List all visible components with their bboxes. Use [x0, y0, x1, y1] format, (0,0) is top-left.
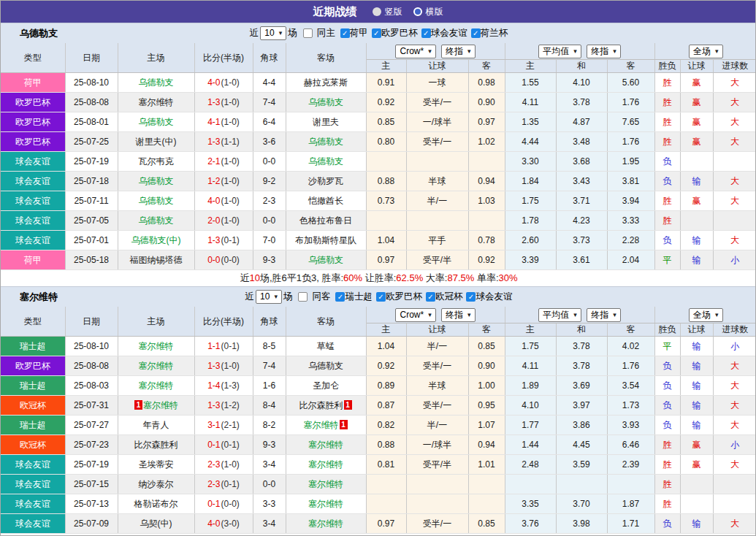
red-card-badge: 1	[344, 400, 352, 410]
league-filter-checkbox[interactable]: ✓	[421, 28, 431, 38]
final-index-select[interactable]: 终指▾	[587, 45, 621, 58]
odds-home: 0.87	[366, 396, 406, 416]
league-filter-checkbox[interactable]: ✓	[426, 292, 435, 302]
chevron-down-icon: ▾	[715, 310, 719, 321]
result-goals: 大	[713, 231, 756, 250]
away-team: 恺撒酋长	[286, 191, 366, 211]
avg-home-odds: 1.75	[505, 191, 556, 211]
final-odds-select[interactable]: 终指▾	[441, 308, 476, 322]
result-goals: 大	[713, 172, 756, 191]
final-index-select[interactable]: 终指▾	[587, 308, 621, 322]
avg-home-odds: 2.48	[505, 455, 556, 475]
home-team: 年青人	[118, 416, 194, 435]
result-goals: 大	[713, 191, 756, 211]
home-team: 乌德勒支(中)	[118, 231, 194, 250]
avg-draw-odds: 3.78	[556, 93, 607, 112]
match-row: 荷甲25-05-18福图纳锡塔德0-0(0-0)9-3乌德勒支0.97受平/半0…	[1, 250, 756, 270]
horizontal-layout-radio[interactable]	[413, 7, 422, 16]
chevron-down-icon: ▾	[428, 310, 432, 321]
final-odds-select[interactable]: 终指▾	[441, 45, 476, 58]
result-outcome: 胜	[654, 132, 680, 152]
fulltime-select[interactable]: 全场▾	[689, 45, 723, 58]
match-date: 25-05-18	[65, 250, 118, 270]
match-date: 25-07-13	[65, 494, 118, 514]
match-row: 球会友谊25-07-19瓦尔韦克2-1(1-0)0-0乌德勒支3.303.681…	[1, 152, 756, 172]
result-handicap	[680, 211, 713, 231]
match-score: 4-0(3-0)	[194, 514, 253, 534]
match-score: 3-1(2-1)	[194, 416, 253, 435]
odds-handicap: 一球	[406, 73, 468, 93]
title-bar: 近期战绩 竖版 横版	[1, 1, 755, 23]
result-handicap: 输	[680, 396, 713, 416]
filter-bar: 乌德勒支 近 10▾ 场 同主 ✓荷甲 ✓欧罗巴杯 ✓球会友谊 ✓荷兰杯	[1, 23, 755, 43]
away-team: 比尔森胜利1	[286, 396, 366, 416]
red-card-badge: 1	[134, 400, 142, 410]
league-filter-checkbox[interactable]: ✓	[376, 292, 386, 302]
league-filter-checkbox[interactable]: ✓	[471, 28, 481, 38]
match-score: 1-3(1-1)	[194, 132, 253, 152]
match-count-select[interactable]: 10▾	[260, 26, 286, 40]
odds-away	[468, 494, 505, 514]
col-header-corner: 角球	[253, 307, 286, 337]
filter-controls: 近 10▾ 场 同客 ✓瑞士超 ✓欧罗巴杯 ✓欧冠杯 ✓球会友谊	[244, 290, 513, 304]
subheader-odds-away: 客	[468, 60, 505, 73]
result-outcome: 胜	[654, 73, 680, 93]
league-badge: 欧冠杯	[1, 435, 65, 455]
result-outcome: 负	[654, 416, 680, 435]
col-header-score: 比分(半场)	[194, 307, 253, 337]
league-filter-checkbox[interactable]: ✓	[340, 28, 350, 38]
league-filter-checkbox[interactable]: ✓	[335, 292, 345, 302]
col-header-date: 日期	[65, 43, 118, 73]
odds-home: 0.91	[366, 73, 406, 93]
average-select[interactable]: 平均值▾	[538, 308, 581, 322]
away-team: 布加勒斯特星队	[286, 231, 366, 250]
odds-handicap	[406, 494, 468, 514]
col-header-type: 类型	[1, 307, 65, 337]
home-team: 瓦尔韦克	[118, 152, 194, 172]
avg-away-odds: 4.02	[607, 337, 654, 356]
avg-home-odds: 4.44	[505, 132, 556, 152]
same-venue-checkbox[interactable]	[298, 292, 308, 302]
match-date: 25-07-27	[65, 416, 118, 435]
same-venue-checkbox[interactable]	[303, 28, 313, 38]
subheader-avg-away: 客	[607, 323, 654, 337]
matches-table: 类型 日期 主场 比分(半场) 角球 客场 Crow*▾ 终指▾ 平均值▾ 终指…	[1, 307, 756, 536]
avg-home-odds: 3.30	[505, 152, 556, 172]
odds-handicap: 一/球半	[406, 435, 468, 455]
league-badge: 球会友谊	[1, 231, 65, 250]
fulltime-select[interactable]: 全场▾	[689, 308, 723, 322]
odds-away: 0.94	[468, 435, 505, 455]
avg-draw-odds: 3.68	[556, 152, 607, 172]
bookmaker-select[interactable]: Crow*▾	[395, 45, 435, 58]
match-date: 25-07-25	[65, 132, 118, 152]
result-handicap: 输	[680, 514, 713, 534]
odds-home: 0.85	[366, 112, 406, 132]
corner-count: 9-2	[253, 172, 286, 191]
home-team: 塞尔维特	[118, 376, 194, 396]
corner-count: 2-3	[253, 191, 286, 211]
away-team: 塞尔维特	[286, 475, 366, 494]
subheader-odds-home: 主	[366, 323, 406, 337]
league-filter-label: 荷兰杯	[481, 27, 508, 39]
odds-handicap	[406, 152, 468, 172]
match-score: 0-1(0-0)	[194, 494, 253, 514]
away-team: 沙勒罗瓦	[286, 172, 366, 191]
league-badge: 欧冠杯	[1, 396, 65, 416]
home-team: 乌德勒支	[118, 112, 194, 132]
result-handicap: 赢	[680, 132, 713, 152]
avg-draw-odds: 3.78	[556, 356, 607, 376]
odds-away	[468, 475, 505, 494]
home-team: 塞尔维特	[118, 93, 194, 112]
league-filter-label: 欧罗巴杯	[386, 291, 422, 303]
col-header-score: 比分(半场)	[194, 43, 253, 73]
vertical-layout-radio[interactable]	[373, 7, 381, 16]
odds-group-header: Crow*▾ 终指▾	[366, 307, 505, 323]
average-select[interactable]: 平均值▾	[538, 45, 581, 58]
match-count-select[interactable]: 10▾	[256, 290, 282, 304]
league-filter-checkbox[interactable]: ✓	[466, 292, 476, 302]
bookmaker-select[interactable]: Crow*▾	[395, 308, 435, 322]
match-date: 25-07-19	[65, 152, 118, 172]
league-filter-checkbox[interactable]: ✓	[372, 28, 381, 38]
odds-home	[366, 475, 406, 494]
chevron-down-icon: ▾	[613, 46, 616, 57]
